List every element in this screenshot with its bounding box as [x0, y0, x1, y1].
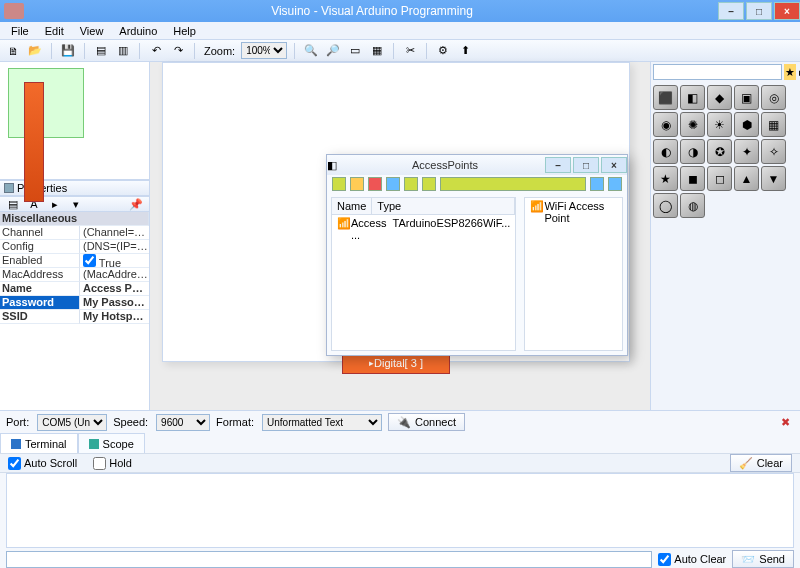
- palette-component-13[interactable]: ✦: [734, 139, 759, 164]
- zoomout-icon[interactable]: 🔍: [302, 42, 320, 60]
- aw-tool-icon[interactable]: [422, 177, 436, 191]
- prop-expand-icon[interactable]: ▸: [46, 195, 64, 213]
- palette-component-8[interactable]: ⬢: [734, 112, 759, 137]
- maximize-button[interactable]: □: [746, 2, 772, 20]
- autoscroll-checkbox[interactable]: Auto Scroll: [8, 457, 77, 470]
- palette-component-21[interactable]: ◍: [680, 193, 705, 218]
- terminal-input[interactable]: [6, 551, 652, 568]
- port-select[interactable]: COM5 (Unava: [37, 414, 107, 431]
- send-button[interactable]: 📨 Send: [732, 550, 794, 568]
- palette-component-1[interactable]: ◧: [680, 85, 705, 110]
- palette-component-11[interactable]: ◑: [680, 139, 705, 164]
- upload-icon[interactable]: ⬆: [456, 42, 474, 60]
- terminal-close-icon[interactable]: ✖: [776, 413, 794, 431]
- palette-component-3[interactable]: ▣: [734, 85, 759, 110]
- menu-arduino[interactable]: Arduino: [112, 24, 164, 38]
- minimize-button[interactable]: –: [718, 2, 744, 20]
- menubar: File Edit View Arduino Help: [0, 22, 800, 40]
- overview-viewport[interactable]: [8, 68, 84, 138]
- palette-component-15[interactable]: ★: [653, 166, 678, 191]
- menu-help[interactable]: Help: [166, 24, 203, 38]
- palette-item[interactable]: 📶 WiFi Access Point: [525, 198, 622, 226]
- separator: [51, 43, 52, 59]
- menu-file[interactable]: File: [4, 24, 36, 38]
- properties-grid[interactable]: Miscellaneous Channel(Channel=1,Enable..…: [0, 212, 149, 410]
- palette-component-17[interactable]: ◻: [707, 166, 732, 191]
- prop-cat-icon[interactable]: ▤: [4, 195, 22, 213]
- terminal-output[interactable]: [6, 473, 794, 548]
- palette-component-4[interactable]: ◎: [761, 85, 786, 110]
- fit-icon[interactable]: ▭: [346, 42, 364, 60]
- speed-select[interactable]: 9600: [156, 414, 210, 431]
- redo-icon[interactable]: ↷: [169, 42, 187, 60]
- menu-view[interactable]: View: [73, 24, 111, 38]
- aw-tool-icon[interactable]: [332, 177, 346, 191]
- separator: [426, 43, 427, 59]
- aw-tool-icon[interactable]: [404, 177, 418, 191]
- prop-pin-icon[interactable]: 📌: [127, 195, 145, 213]
- palette-component-5[interactable]: ◉: [653, 112, 678, 137]
- design-canvas[interactable]: ▸ Digital[ 3 ] ◧ AccessPoints – □ ×: [150, 62, 650, 410]
- layout1-icon[interactable]: ▤: [92, 42, 110, 60]
- palette-component-2[interactable]: ◆: [707, 85, 732, 110]
- dialog-close-button[interactable]: ×: [601, 157, 627, 173]
- close-button[interactable]: ×: [774, 2, 800, 20]
- palette-component-9[interactable]: ▦: [761, 112, 786, 137]
- zoomin-icon[interactable]: 🔎: [324, 42, 342, 60]
- app-icon: [4, 3, 24, 19]
- clear-button[interactable]: 🧹 Clear: [730, 454, 792, 472]
- connect-button[interactable]: 🔌 Connect: [388, 413, 465, 431]
- accesspoints-list[interactable]: NameType 📶 Access ... TArduinoESP8266WiF…: [331, 197, 516, 351]
- palette-component-10[interactable]: ◐: [653, 139, 678, 164]
- layout2-icon[interactable]: ▥: [114, 42, 132, 60]
- scope-icon: [89, 439, 99, 449]
- terminal-icon: [11, 439, 21, 449]
- list-item[interactable]: 📶 Access ... TArduinoESP8266WiF...: [332, 215, 515, 243]
- prop-row: Enabled True: [0, 254, 149, 268]
- palette-component-0[interactable]: ⬛: [653, 85, 678, 110]
- col-name[interactable]: Name: [332, 198, 372, 214]
- save-icon[interactable]: 💾: [59, 42, 77, 60]
- dialog-min-button[interactable]: –: [545, 157, 571, 173]
- palette-component-19[interactable]: ▼: [761, 166, 786, 191]
- overview-panel[interactable]: [0, 62, 149, 180]
- aw-tool-icon[interactable]: [386, 177, 400, 191]
- tab-scope[interactable]: Scope: [78, 433, 145, 453]
- palette-component-7[interactable]: ☀: [707, 112, 732, 137]
- palette-component-12[interactable]: ✪: [707, 139, 732, 164]
- accesspoints-palette[interactable]: 📶 WiFi Access Point: [524, 197, 623, 351]
- hold-checkbox[interactable]: Hold: [93, 457, 132, 470]
- search-icon[interactable]: ★: [784, 64, 796, 80]
- grid-icon[interactable]: ▦: [368, 42, 386, 60]
- build-icon[interactable]: ⚙: [434, 42, 452, 60]
- separator: [294, 43, 295, 59]
- open-icon[interactable]: 📂: [26, 42, 44, 60]
- menu-edit[interactable]: Edit: [38, 24, 71, 38]
- prop-row: Config(DNS=(IP=0.0.0.0,E...: [0, 240, 149, 254]
- accesspoints-dialog[interactable]: ◧ AccessPoints – □ × NameType: [326, 154, 628, 356]
- palette-search-input[interactable]: [653, 64, 782, 80]
- palette-component-16[interactable]: ◼: [680, 166, 705, 191]
- tab-terminal[interactable]: Terminal: [0, 433, 78, 453]
- zoom-select[interactable]: 100%: [241, 42, 287, 59]
- palette-component-14[interactable]: ✧: [761, 139, 786, 164]
- aw-tool-icon[interactable]: [350, 177, 364, 191]
- dialog-toolbar: [327, 175, 627, 193]
- cut-icon[interactable]: ✂: [401, 42, 419, 60]
- palette-component-18[interactable]: ▲: [734, 166, 759, 191]
- aw-tool-icon[interactable]: [608, 177, 622, 191]
- prop-category[interactable]: Miscellaneous: [0, 212, 149, 226]
- enabled-checkbox[interactable]: [83, 254, 96, 267]
- dialog-max-button[interactable]: □: [573, 157, 599, 173]
- palette-component-20[interactable]: ◯: [653, 193, 678, 218]
- undo-icon[interactable]: ↶: [147, 42, 165, 60]
- format-select[interactable]: Unformatted Text: [262, 414, 382, 431]
- aw-tool-icon[interactable]: [590, 177, 604, 191]
- prop-collapse-icon[interactable]: ▾: [67, 195, 85, 213]
- new-icon[interactable]: 🗎: [4, 42, 22, 60]
- aw-tool-icon[interactable]: [368, 177, 382, 191]
- autoclear-checkbox[interactable]: Auto Clear: [658, 553, 726, 566]
- titlebar: Visuino - Visual Arduino Programming – □…: [0, 0, 800, 22]
- col-type[interactable]: Type: [372, 198, 515, 214]
- palette-component-6[interactable]: ✺: [680, 112, 705, 137]
